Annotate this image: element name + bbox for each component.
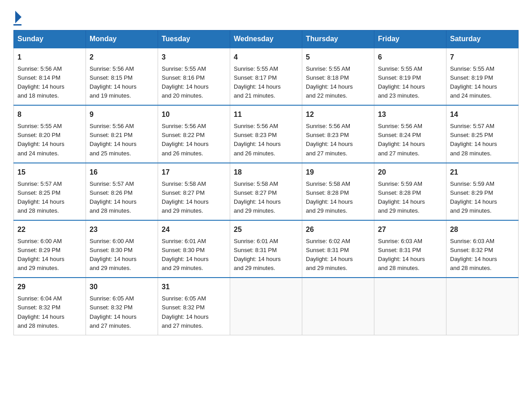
day-info: Sunrise: 5:56 AMSunset: 8:22 PMDaylight:… <box>162 123 209 156</box>
col-header-saturday: Saturday <box>446 30 519 48</box>
page-header <box>13 9 519 26</box>
day-number: 31 <box>162 282 226 293</box>
day-number: 9 <box>90 109 154 120</box>
calendar-cell: 2Sunrise: 5:56 AMSunset: 8:15 PMDaylight… <box>86 48 158 105</box>
day-number: 1 <box>17 52 82 63</box>
calendar-cell: 16Sunrise: 5:57 AMSunset: 8:26 PMDayligh… <box>86 163 158 220</box>
day-number: 5 <box>306 52 370 63</box>
day-number: 28 <box>450 224 515 235</box>
day-info: Sunrise: 6:00 AMSunset: 8:30 PMDaylight:… <box>90 238 137 271</box>
calendar-cell: 29Sunrise: 6:04 AMSunset: 8:32 PMDayligh… <box>14 278 86 335</box>
calendar-cell: 8Sunrise: 5:55 AMSunset: 8:20 PMDaylight… <box>14 105 86 163</box>
day-info: Sunrise: 5:55 AMSunset: 8:19 PMDaylight:… <box>378 65 425 99</box>
calendar-table: SundayMondayTuesdayWednesdayThursdayFrid… <box>13 30 519 335</box>
col-header-sunday: Sunday <box>14 30 86 48</box>
day-number: 8 <box>17 109 82 120</box>
week-row-3: 15Sunrise: 5:57 AMSunset: 8:25 PMDayligh… <box>14 163 519 220</box>
day-number: 11 <box>234 109 298 120</box>
logo-general-text <box>13 13 21 23</box>
col-header-wednesday: Wednesday <box>230 30 302 48</box>
day-number: 12 <box>306 109 370 120</box>
day-number: 22 <box>17 224 82 235</box>
calendar-cell: 24Sunrise: 6:01 AMSunset: 8:30 PMDayligh… <box>158 220 230 278</box>
day-info: Sunrise: 5:58 AMSunset: 8:27 PMDaylight:… <box>234 180 281 214</box>
calendar-cell: 20Sunrise: 5:59 AMSunset: 8:28 PMDayligh… <box>374 163 446 220</box>
calendar-cell: 18Sunrise: 5:58 AMSunset: 8:27 PMDayligh… <box>230 163 302 220</box>
logo-underline <box>13 24 21 26</box>
logo <box>13 13 21 26</box>
day-info: Sunrise: 5:55 AMSunset: 8:16 PMDaylight:… <box>162 65 209 99</box>
day-info: Sunrise: 6:02 AMSunset: 8:31 PMDaylight:… <box>306 238 353 271</box>
calendar-cell: 9Sunrise: 5:56 AMSunset: 8:21 PMDaylight… <box>86 105 158 163</box>
day-info: Sunrise: 5:56 AMSunset: 8:14 PMDaylight:… <box>17 65 64 99</box>
day-number: 20 <box>378 167 442 178</box>
day-number: 30 <box>90 282 154 293</box>
day-info: Sunrise: 5:56 AMSunset: 8:15 PMDaylight:… <box>90 65 137 99</box>
day-info: Sunrise: 5:55 AMSunset: 8:18 PMDaylight:… <box>306 65 353 99</box>
calendar-cell: 25Sunrise: 6:01 AMSunset: 8:31 PMDayligh… <box>230 220 302 278</box>
day-info: Sunrise: 5:55 AMSunset: 8:19 PMDaylight:… <box>450 65 497 99</box>
day-info: Sunrise: 5:57 AMSunset: 8:25 PMDaylight:… <box>450 123 497 156</box>
calendar-cell: 1Sunrise: 5:56 AMSunset: 8:14 PMDaylight… <box>14 48 86 105</box>
day-number: 13 <box>378 109 442 120</box>
day-info: Sunrise: 6:01 AMSunset: 8:30 PMDaylight:… <box>162 238 209 271</box>
col-header-thursday: Thursday <box>302 30 374 48</box>
day-info: Sunrise: 6:03 AMSunset: 8:32 PMDaylight:… <box>450 238 497 271</box>
calendar-cell: 3Sunrise: 5:55 AMSunset: 8:16 PMDaylight… <box>158 48 230 105</box>
calendar-cell: 21Sunrise: 5:59 AMSunset: 8:29 PMDayligh… <box>446 163 519 220</box>
day-info: Sunrise: 5:56 AMSunset: 8:24 PMDaylight:… <box>378 123 425 156</box>
calendar-cell: 31Sunrise: 6:05 AMSunset: 8:32 PMDayligh… <box>158 278 230 335</box>
day-number: 17 <box>162 167 226 178</box>
day-number: 7 <box>450 52 515 63</box>
day-info: Sunrise: 5:58 AMSunset: 8:27 PMDaylight:… <box>162 180 209 214</box>
calendar-header-row: SundayMondayTuesdayWednesdayThursdayFrid… <box>14 30 519 48</box>
day-info: Sunrise: 5:59 AMSunset: 8:29 PMDaylight:… <box>450 180 497 214</box>
calendar-cell: 28Sunrise: 6:03 AMSunset: 8:32 PMDayligh… <box>446 220 519 278</box>
day-info: Sunrise: 6:03 AMSunset: 8:31 PMDaylight:… <box>378 238 425 271</box>
week-row-1: 1Sunrise: 5:56 AMSunset: 8:14 PMDaylight… <box>14 48 519 105</box>
day-info: Sunrise: 5:57 AMSunset: 8:26 PMDaylight:… <box>90 180 137 214</box>
day-info: Sunrise: 5:55 AMSunset: 8:17 PMDaylight:… <box>234 65 281 99</box>
calendar-cell <box>230 278 302 335</box>
calendar-cell: 6Sunrise: 5:55 AMSunset: 8:19 PMDaylight… <box>374 48 446 105</box>
col-header-tuesday: Tuesday <box>158 30 230 48</box>
week-row-4: 22Sunrise: 6:00 AMSunset: 8:29 PMDayligh… <box>14 220 519 278</box>
col-header-friday: Friday <box>374 30 446 48</box>
day-number: 3 <box>162 52 226 63</box>
week-row-2: 8Sunrise: 5:55 AMSunset: 8:20 PMDaylight… <box>14 105 519 163</box>
logo-arrow-icon <box>15 11 21 23</box>
calendar-cell: 4Sunrise: 5:55 AMSunset: 8:17 PMDaylight… <box>230 48 302 105</box>
calendar-cell: 14Sunrise: 5:57 AMSunset: 8:25 PMDayligh… <box>446 105 519 163</box>
calendar-cell: 10Sunrise: 5:56 AMSunset: 8:22 PMDayligh… <box>158 105 230 163</box>
calendar-cell: 22Sunrise: 6:00 AMSunset: 8:29 PMDayligh… <box>14 220 86 278</box>
day-info: Sunrise: 6:04 AMSunset: 8:32 PMDaylight:… <box>17 295 64 329</box>
calendar-cell <box>374 278 446 335</box>
day-number: 6 <box>378 52 442 63</box>
calendar-cell: 19Sunrise: 5:58 AMSunset: 8:28 PMDayligh… <box>302 163 374 220</box>
day-number: 25 <box>234 224 298 235</box>
calendar-cell: 13Sunrise: 5:56 AMSunset: 8:24 PMDayligh… <box>374 105 446 163</box>
day-number: 19 <box>306 167 370 178</box>
calendar-cell: 7Sunrise: 5:55 AMSunset: 8:19 PMDaylight… <box>446 48 519 105</box>
day-number: 29 <box>17 282 82 293</box>
day-info: Sunrise: 6:00 AMSunset: 8:29 PMDaylight:… <box>17 238 64 271</box>
calendar-cell: 11Sunrise: 5:56 AMSunset: 8:23 PMDayligh… <box>230 105 302 163</box>
day-info: Sunrise: 6:05 AMSunset: 8:32 PMDaylight:… <box>90 295 137 329</box>
calendar-cell: 5Sunrise: 5:55 AMSunset: 8:18 PMDaylight… <box>302 48 374 105</box>
day-info: Sunrise: 5:56 AMSunset: 8:23 PMDaylight:… <box>234 123 281 156</box>
day-info: Sunrise: 5:55 AMSunset: 8:20 PMDaylight:… <box>17 123 64 156</box>
calendar-cell: 17Sunrise: 5:58 AMSunset: 8:27 PMDayligh… <box>158 163 230 220</box>
day-number: 27 <box>378 224 442 235</box>
day-number: 24 <box>162 224 226 235</box>
calendar-cell: 27Sunrise: 6:03 AMSunset: 8:31 PMDayligh… <box>374 220 446 278</box>
day-number: 14 <box>450 109 515 120</box>
calendar-cell <box>446 278 519 335</box>
day-info: Sunrise: 6:05 AMSunset: 8:32 PMDaylight:… <box>162 295 209 329</box>
day-info: Sunrise: 6:01 AMSunset: 8:31 PMDaylight:… <box>234 238 281 271</box>
calendar-cell: 30Sunrise: 6:05 AMSunset: 8:32 PMDayligh… <box>86 278 158 335</box>
calendar-cell: 15Sunrise: 5:57 AMSunset: 8:25 PMDayligh… <box>14 163 86 220</box>
day-number: 26 <box>306 224 370 235</box>
day-number: 21 <box>450 167 515 178</box>
day-number: 18 <box>234 167 298 178</box>
day-info: Sunrise: 5:59 AMSunset: 8:28 PMDaylight:… <box>378 180 425 214</box>
